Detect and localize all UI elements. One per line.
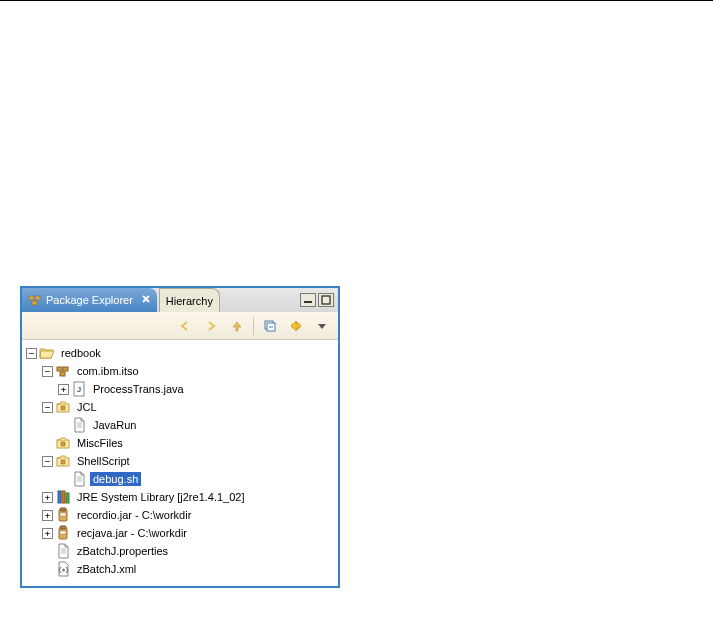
tab-bar: Package Explorer Hierarchy: [22, 288, 338, 312]
jar-icon: [55, 507, 71, 523]
collapse-all-button[interactable]: [260, 316, 280, 336]
svg-rect-3: [304, 301, 312, 303]
expand-icon[interactable]: +: [42, 528, 53, 539]
tree-node-jar-recordio[interactable]: + recordio.jar - C:\workdir: [24, 506, 336, 524]
package-folder-icon: [55, 453, 71, 469]
package-folder-icon: [55, 399, 71, 415]
svg-rect-26: [60, 531, 66, 534]
collapse-icon[interactable]: −: [42, 456, 53, 467]
tree-label: MiscFiles: [74, 436, 126, 450]
tab-label: Package Explorer: [46, 294, 133, 306]
package-explorer-panel: Package Explorer Hierarchy: [20, 286, 340, 588]
package-icon: [55, 363, 71, 379]
collapse-icon[interactable]: −: [26, 348, 37, 359]
file-icon: [71, 417, 87, 433]
library-icon: [55, 489, 71, 505]
file-icon: [71, 471, 87, 487]
close-icon[interactable]: [141, 294, 151, 306]
svg-rect-23: [60, 513, 66, 516]
tab-package-explorer[interactable]: Package Explorer: [22, 288, 157, 312]
tree-node-java-file[interactable]: + J ProcessTrans.java: [24, 380, 336, 398]
tree-label: ProcessTrans.java: [90, 382, 187, 396]
link-editor-button[interactable]: [286, 316, 306, 336]
java-file-icon: J: [71, 381, 87, 397]
tree-node-package[interactable]: − com.ibm.itso: [24, 362, 336, 380]
tree-label: redbook: [58, 346, 104, 360]
tree-node-file-javarun[interactable]: JavaRun: [24, 416, 336, 434]
tree-node-file-xml[interactable]: zBatchJ.xml: [24, 560, 336, 578]
tree-view[interactable]: − redbook − com.ibm.itso + J ProcessTran…: [22, 340, 338, 586]
xml-file-icon: [55, 561, 71, 577]
svg-rect-9: [60, 372, 65, 376]
tree-label: com.ibm.itso: [74, 364, 142, 378]
tree-node-folder-shellscript[interactable]: − ShellScript: [24, 452, 336, 470]
folder-open-icon: [39, 345, 55, 361]
expand-icon[interactable]: +: [42, 510, 53, 521]
svg-rect-1: [35, 296, 40, 300]
svg-rect-15: [61, 442, 65, 446]
maximize-button[interactable]: [318, 293, 334, 307]
tree-label: JRE System Library [j2re1.4.1_02]: [74, 490, 248, 504]
tree-node-folder-misc[interactable]: MiscFiles: [24, 434, 336, 452]
svg-rect-18: [58, 491, 61, 503]
package-folder-icon: [55, 435, 71, 451]
tree-node-folder-jcl[interactable]: − JCL: [24, 398, 336, 416]
tree-node-file-debug-sh[interactable]: debug.sh: [24, 470, 336, 488]
tree-node-project[interactable]: − redbook: [24, 344, 336, 362]
collapse-icon[interactable]: −: [42, 402, 53, 413]
svg-point-27: [62, 569, 65, 572]
svg-rect-25: [60, 526, 66, 529]
package-explorer-icon: [28, 293, 42, 307]
svg-rect-20: [66, 493, 69, 503]
tree-label-selected: debug.sh: [90, 472, 141, 486]
svg-rect-13: [61, 406, 65, 410]
tree-node-file-properties[interactable]: zBatchJ.properties: [24, 542, 336, 560]
tree-label: JavaRun: [90, 418, 139, 432]
file-icon: [55, 543, 71, 559]
expand-icon[interactable]: +: [58, 384, 69, 395]
svg-text:J: J: [77, 385, 81, 394]
tree-label: ShellScript: [74, 454, 133, 468]
tab-label: Hierarchy: [166, 295, 213, 307]
view-menu-button[interactable]: [312, 316, 332, 336]
collapse-icon[interactable]: −: [42, 366, 53, 377]
minimize-button[interactable]: [300, 293, 316, 307]
toolbar-separator: [253, 317, 254, 335]
back-button[interactable]: [175, 316, 195, 336]
svg-rect-19: [62, 491, 65, 503]
tab-hierarchy[interactable]: Hierarchy: [159, 288, 220, 312]
svg-rect-2: [32, 301, 37, 305]
svg-rect-4: [322, 296, 330, 304]
expand-icon[interactable]: +: [42, 492, 53, 503]
jar-icon: [55, 525, 71, 541]
svg-rect-17: [61, 460, 65, 464]
tree-label: recjava.jar - C:\workdir: [74, 526, 190, 540]
toolbar: [22, 312, 338, 340]
tree-label: zBatchJ.xml: [74, 562, 139, 576]
svg-rect-7: [57, 367, 62, 371]
tree-label: JCL: [74, 400, 100, 414]
svg-rect-8: [63, 367, 68, 371]
up-button[interactable]: [227, 316, 247, 336]
svg-rect-22: [60, 508, 66, 511]
window-controls: [300, 288, 338, 312]
tree-node-jar-recjava[interactable]: + recjava.jar - C:\workdir: [24, 524, 336, 542]
forward-button[interactable]: [201, 316, 221, 336]
tree-label: zBatchJ.properties: [74, 544, 171, 558]
svg-rect-0: [29, 296, 34, 300]
tree-label: recordio.jar - C:\workdir: [74, 508, 194, 522]
tree-node-jre-library[interactable]: + JRE System Library [j2re1.4.1_02]: [24, 488, 336, 506]
